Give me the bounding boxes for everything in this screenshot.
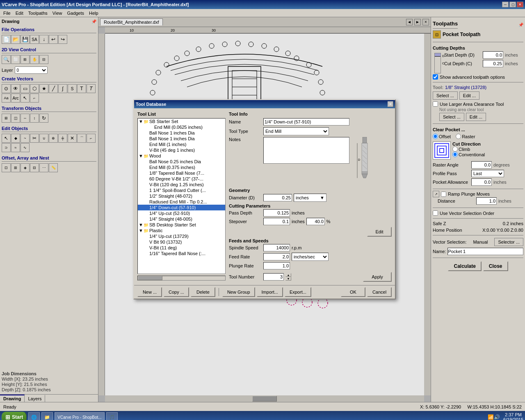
smooth-btn[interactable]: ~: [21, 134, 30, 143]
layout-btn[interactable]: ⊟: [30, 163, 39, 172]
save-as-btn[interactable]: SA: [30, 35, 39, 44]
stepover-pct-input[interactable]: [306, 218, 325, 225]
tree-tool-spoilboard[interactable]: 1 1/4" Spoil-Board Cutter (...: [138, 187, 225, 193]
edit-tool-btn[interactable]: Edit ...: [459, 91, 479, 100]
layer-select[interactable]: 0: [15, 66, 48, 74]
climb-radio[interactable]: [452, 146, 458, 152]
larger-area-check[interactable]: [433, 101, 438, 107]
menu-gadgets[interactable]: Gadgets: [64, 10, 87, 16]
line-tool-btn[interactable]: ╱: [49, 84, 58, 93]
menu-toolpaths[interactable]: Toolpaths: [26, 10, 50, 16]
tree-tool-endmill375[interactable]: End Mill (0.375 inches): [138, 164, 225, 170]
tree-tool-vbit120[interactable]: V-Bit (120 deg 1.25 inches): [138, 182, 225, 187]
weld-btn[interactable]: ⊕: [49, 134, 58, 143]
select-btn[interactable]: ↖: [2, 134, 11, 143]
tree-tool-tapered-ballnose2[interactable]: 1/16" Tapered Ball Nose (:...: [138, 251, 225, 256]
new-group-btn[interactable]: New Group: [222, 287, 255, 297]
pan-btn[interactable]: ✋: [30, 55, 39, 64]
selector-btn[interactable]: Selector ...: [494, 238, 523, 246]
zoom-sel-btn[interactable]: ⬜: [11, 55, 20, 64]
minimize-btn[interactable]: ─: [502, 2, 509, 7]
start-button[interactable]: ⊞ Start: [2, 412, 27, 420]
pass-depth-input[interactable]: [263, 209, 290, 217]
copy-btn[interactable]: Copy ...: [164, 287, 189, 297]
cancel-btn[interactable]: Cancel: [367, 287, 392, 297]
spiro-tool-btn[interactable]: S: [68, 84, 77, 93]
edit-geometry-btn[interactable]: Edit: [367, 227, 392, 237]
delete-btn[interactable]: Delete: [191, 287, 215, 297]
tree-tool-60deg-vbit[interactable]: 60 Degree V-Bit 1/2" (37-...: [138, 176, 225, 182]
undo-btn[interactable]: ↩: [49, 35, 58, 44]
tree-group-wood[interactable]: ▼ 📁 Wood: [138, 153, 225, 159]
curve-tool-btn[interactable]: ∫: [58, 84, 67, 93]
feed-rate-unit-select[interactable]: inches/sec mm/sec: [292, 253, 329, 261]
tool-list-panel[interactable]: ▼ 📁 SB Starter Set End Mill (0.0625 inch…: [137, 118, 226, 274]
fillet-btn[interactable]: ⌒: [77, 134, 86, 143]
apply-btn[interactable]: Apply: [363, 272, 392, 282]
tree-tool-endmill1[interactable]: End Mill (1 inches): [138, 142, 225, 147]
calculate-btn[interactable]: Calculate: [448, 261, 481, 271]
tree-tool-upcut-13729[interactable]: 1/4" Up-cut (13729): [138, 233, 225, 239]
open-file-btn[interactable]: 📂: [11, 35, 20, 44]
tool-number-input[interactable]: [263, 273, 284, 281]
name-input[interactable]: [263, 118, 349, 126]
menu-help[interactable]: Help: [87, 10, 101, 16]
feed-rate-input[interactable]: [263, 253, 290, 260]
node-edit-btn[interactable]: ◆: [11, 134, 20, 143]
eye-tool-btn[interactable]: 👁: [11, 84, 20, 93]
tree-tool-ballnose025[interactable]: Ball Nose 0.25 inches Dia: [138, 159, 225, 164]
restore-btn[interactable]: ◻: [509, 2, 516, 7]
distance-input[interactable]: [476, 197, 497, 205]
menu-view[interactable]: View: [50, 10, 65, 16]
group-btn[interactable]: ◫: [11, 114, 20, 123]
menu-edit[interactable]: Edit: [13, 10, 26, 16]
tree-tool-vbit11[interactable]: V-Bit (11 deg): [138, 245, 225, 251]
edit-area-btn[interactable]: Edit ...: [466, 113, 486, 121]
tree-tool-upcut[interactable]: 1/4" Up-cut (52-910): [138, 210, 225, 216]
import-btn[interactable]: ↓: [39, 35, 48, 44]
delete-btn[interactable]: ✕: [68, 134, 77, 143]
notes-textarea[interactable]: [263, 137, 349, 164]
view-grid-btn[interactable]: ⊟: [39, 55, 48, 64]
select-tool-btn[interactable]: Select ...: [433, 91, 458, 100]
tree-group-sb-desktop[interactable]: ▼ 📁 SB Desktop Starter Set: [138, 222, 225, 228]
align-btn[interactable]: ⊞: [2, 114, 11, 123]
spin-down-btn[interactable]: ▼: [285, 277, 291, 281]
tool-type-select[interactable]: End Mill Ball Nose V-Bit: [263, 127, 329, 135]
simplify-btn[interactable]: ≈: [11, 143, 20, 152]
measure-btn[interactable]: 📏: [49, 163, 58, 172]
circle-tool-btn[interactable]: ⊙: [2, 84, 11, 93]
chamfer-btn[interactable]: ⌐: [87, 134, 96, 143]
panel-pin[interactable]: 📌: [518, 23, 523, 27]
pocket-allowance-input[interactable]: [471, 178, 492, 186]
tree-tool-quarter-straight[interactable]: 1/4" Straight (48-005): [138, 216, 225, 222]
join-btn[interactable]: ∪: [39, 134, 48, 143]
rotate-btn[interactable]: ↻: [39, 114, 48, 123]
taskbar-explorer[interactable]: 📁: [41, 412, 53, 420]
extend-btn[interactable]: ⊃: [2, 143, 11, 152]
cut-depth-input[interactable]: [483, 60, 503, 67]
redo-btn[interactable]: ↪: [58, 35, 67, 44]
diameter-unit-dropdown[interactable]: inches ▼: [294, 194, 326, 202]
import-btn[interactable]: Import...: [257, 287, 283, 297]
dialog-close-btn[interactable]: ✕: [388, 101, 393, 107]
trim-btn[interactable]: ╪: [58, 134, 67, 143]
sidebar-pin[interactable]: 📌: [91, 19, 96, 24]
text2-tool-btn[interactable]: Aa: [2, 94, 11, 103]
taskbar-media[interactable]: 🎵: [106, 412, 118, 420]
ok-btn[interactable]: OK: [341, 287, 365, 297]
tree-tool-endmill-small[interactable]: End Mill (0.0625 inches): [138, 124, 225, 130]
conventional-radio[interactable]: [452, 152, 458, 157]
tree-tool-ballnose2[interactable]: Ball Nose 1 inches Dia: [138, 136, 225, 142]
panel-close-btn[interactable]: Close: [483, 261, 508, 271]
tree-group-sb-starter[interactable]: ▼ 📁 SB Starter Set: [138, 119, 225, 124]
flip-h-btn[interactable]: ↔: [21, 114, 30, 123]
poly-tool-btn[interactable]: ⬡: [30, 84, 39, 93]
start-depth-input[interactable]: [483, 51, 503, 59]
spin-up-btn[interactable]: ▲: [285, 273, 291, 277]
tree-tool-vbit45[interactable]: V-Bit (45 deg 1 inches): [138, 147, 225, 153]
select-area-btn[interactable]: Select ...: [439, 113, 464, 121]
raster-radio[interactable]: [456, 134, 461, 139]
tab-drawing[interactable]: Drawing: [0, 395, 25, 402]
save-file-btn[interactable]: 💾: [21, 35, 30, 44]
